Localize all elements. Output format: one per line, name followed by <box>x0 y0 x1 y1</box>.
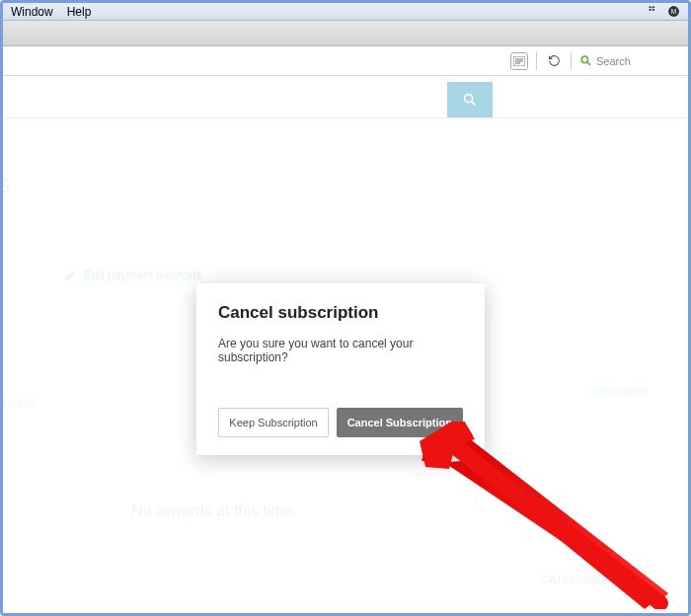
svg-point-6 <box>581 56 588 63</box>
browser-toolbar: Search <box>3 46 688 76</box>
toolbar-separator <box>536 52 537 70</box>
search-engine-icon <box>579 54 592 67</box>
dialog-title: Cancel subscription <box>218 303 463 323</box>
toolbar-separator <box>571 52 572 70</box>
browser-search-box[interactable]: Search <box>579 54 678 67</box>
os-menubar: Window Help M <box>3 3 688 21</box>
search-icon <box>462 92 478 108</box>
app-search-button[interactable] <box>447 82 493 117</box>
profile-icon[interactable]: M <box>667 5 680 18</box>
keep-subscription-button[interactable]: Keep Subscription <box>218 408 328 437</box>
svg-line-7 <box>587 62 590 65</box>
os-menu-help[interactable]: Help <box>67 5 92 19</box>
dropbox-icon[interactable] <box>649 5 661 18</box>
os-menu-window[interactable]: Window <box>11 5 53 19</box>
browser-titlebar <box>3 21 688 46</box>
reader-view-icon[interactable] <box>510 52 528 70</box>
browser-search-placeholder: Search <box>596 55 631 67</box>
app-search-input[interactable] <box>13 82 250 117</box>
app-search-bar <box>3 82 688 117</box>
dialog-body: Are you sure you want to cancel your sub… <box>218 337 463 364</box>
svg-text:M: M <box>671 8 676 15</box>
svg-line-9 <box>472 102 475 105</box>
cancel-subscription-dialog: Cancel subscription Are you sure you wan… <box>196 283 485 455</box>
svg-point-8 <box>465 95 473 103</box>
reload-icon[interactable] <box>545 52 563 70</box>
cancel-subscription-button[interactable]: Cancel Subscription <box>337 408 463 437</box>
